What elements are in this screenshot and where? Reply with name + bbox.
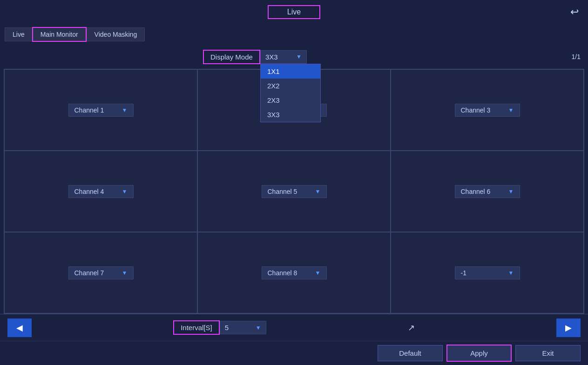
bottom-center: Interval[S] 5 ▼ (173, 320, 266, 335)
channel-7-arrow-icon: ▼ (122, 270, 128, 276)
back-icon[interactable]: ↩ (570, 6, 579, 18)
channel-1-label: Channel 1 (74, 106, 104, 114)
apply-button[interactable]: Apply (446, 345, 512, 362)
channel-9-dropdown[interactable]: -1 ▼ (455, 266, 520, 279)
channel-1-arrow-icon: ▼ (122, 107, 128, 113)
channel-4-label: Channel 4 (74, 188, 104, 195)
page-indicator: 1/1 (572, 53, 581, 60)
channel-4-arrow-icon: ▼ (122, 188, 128, 195)
settings-left: Display Mode 3X3 ▼ 1X1 2X2 2X3 (203, 50, 307, 64)
channel-6-dropdown[interactable]: Channel 6 ▼ (455, 185, 520, 198)
channel-cell-8: Channel 8 ▼ (197, 232, 391, 313)
interval-dropdown-wrapper: 5 ▼ (220, 321, 266, 334)
tab-bar: Live Main Monitor Video Masking (0, 24, 588, 45)
tab-live[interactable]: Live (5, 27, 32, 41)
channel-cell-7: Channel 7 ▼ (4, 232, 197, 313)
channel-1-dropdown[interactable]: Channel 1 ▼ (68, 104, 134, 117)
cursor-indicator: ↗ (408, 323, 415, 333)
tab-video-masking[interactable]: Video Masking (87, 27, 145, 41)
interval-dropdown[interactable]: 5 ▼ (220, 321, 266, 334)
channel-9-arrow-icon: ▼ (508, 270, 514, 276)
next-page-button[interactable]: ▶ (556, 319, 581, 337)
interval-value: 5 (225, 324, 229, 332)
footer: Default Apply Exit (0, 341, 588, 365)
default-button[interactable]: Default (378, 345, 443, 361)
dropdown-option-2x2[interactable]: 2X2 (261, 79, 320, 93)
display-mode-dropdown[interactable]: 3X3 ▼ (260, 50, 307, 64)
channel-8-label: Channel 8 (268, 269, 297, 277)
channel-3-label: Channel 3 (461, 106, 491, 114)
top-bar: Live ↩ (0, 0, 588, 24)
channel-9-label: -1 (461, 269, 466, 277)
channel-4-dropdown[interactable]: Channel 4 ▼ (68, 185, 134, 198)
channel-7-label: Channel 7 (74, 269, 104, 277)
dropdown-option-1x1[interactable]: 1X1 (261, 64, 320, 79)
channel-5-label: Channel 5 (268, 188, 297, 195)
bottom-bar: ◀ Interval[S] 5 ▼ ↗ ▶ (0, 314, 588, 341)
interval-label: Interval[S] (173, 320, 220, 335)
prev-page-button[interactable]: ◀ (7, 319, 32, 337)
next-arrow-icon: ▶ (565, 323, 572, 333)
channel-6-arrow-icon: ▼ (508, 188, 514, 195)
exit-button[interactable]: Exit (515, 345, 581, 361)
prev-arrow-icon: ◀ (16, 323, 23, 333)
title-button[interactable]: Live (268, 5, 320, 19)
display-mode-dropdown-wrapper: 3X3 ▼ 1X1 2X2 2X3 3X3 (260, 50, 307, 64)
channel-8-dropdown[interactable]: Channel 8 ▼ (262, 266, 327, 279)
tab-main-monitor[interactable]: Main Monitor (32, 27, 87, 42)
channel-7-dropdown[interactable]: Channel 7 ▼ (68, 266, 134, 279)
channel-cell-3: Channel 3 ▼ (391, 69, 584, 151)
channel-cell-9: -1 ▼ (391, 232, 584, 313)
channel-cell-6: Channel 6 ▼ (391, 151, 584, 232)
channel-8-arrow-icon: ▼ (315, 270, 321, 276)
channel-5-arrow-icon: ▼ (315, 188, 321, 195)
display-mode-label: Display Mode (203, 50, 260, 64)
channel-cell-1: Channel 1 ▼ (4, 69, 197, 151)
display-mode-menu: 1X1 2X2 2X3 3X3 (260, 64, 321, 122)
dropdown-option-3x3[interactable]: 3X3 (261, 107, 320, 122)
display-mode-value: 3X3 (265, 53, 278, 61)
channel-cell-5: Channel 5 ▼ (197, 151, 391, 232)
channel-5-dropdown[interactable]: Channel 5 ▼ (262, 185, 327, 198)
interval-arrow-icon: ▼ (256, 325, 261, 331)
display-mode-arrow-icon: ▼ (296, 53, 302, 60)
channel-3-arrow-icon: ▼ (508, 107, 514, 113)
app-container: Live ↩ Live Main Monitor Video Masking D… (0, 0, 588, 365)
channel-cell-4: Channel 4 ▼ (4, 151, 197, 232)
channel-6-label: Channel 6 (461, 188, 491, 195)
settings-row: Display Mode 3X3 ▼ 1X1 2X2 2X3 (0, 45, 588, 69)
channel-3-dropdown[interactable]: Channel 3 ▼ (455, 104, 520, 117)
dropdown-option-2x3[interactable]: 2X3 (261, 93, 320, 107)
